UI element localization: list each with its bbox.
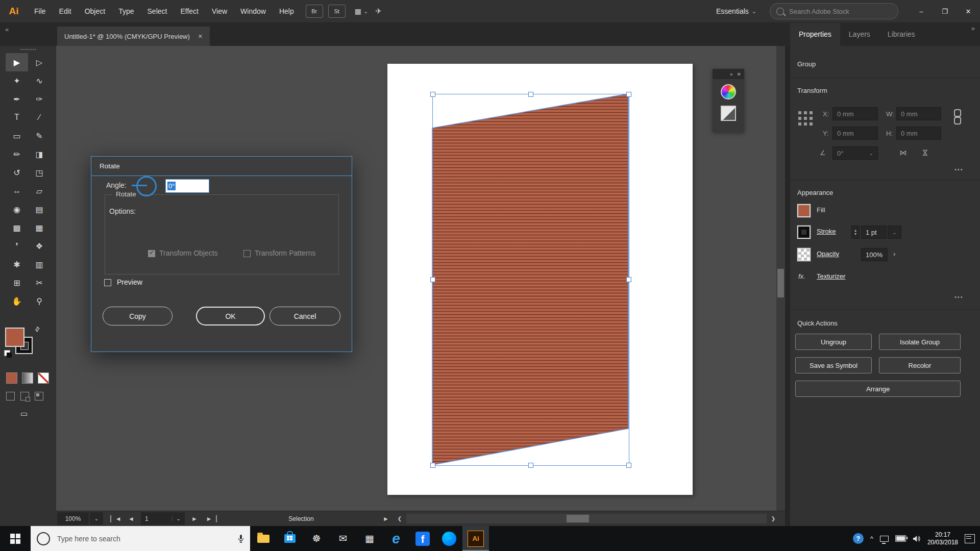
- hand-tool[interactable]: ✋: [6, 292, 28, 310]
- symbol-sprayer-tool[interactable]: ✱: [6, 255, 28, 273]
- horizontal-scrollbar[interactable]: [406, 514, 767, 523]
- transform-objects-checkbox[interactable]: [148, 250, 155, 257]
- magic-wand-tool[interactable]: ✦: [6, 71, 28, 90]
- status-bar-menu-icon[interactable]: ►: [380, 512, 392, 525]
- width-tool[interactable]: ↔: [6, 182, 28, 200]
- collapse-panel-icon[interactable]: »: [730, 71, 733, 77]
- stroke-link[interactable]: Stroke: [817, 228, 836, 235]
- network-icon[interactable]: [880, 536, 889, 542]
- selection-tool[interactable]: ▶: [6, 53, 28, 71]
- calculator-button[interactable]: ▦: [356, 526, 383, 551]
- menu-select[interactable]: Select: [141, 7, 174, 15]
- horizontal-scrollbar-thumb[interactable]: [567, 515, 589, 522]
- close-tab-icon[interactable]: ✕: [198, 33, 203, 40]
- facebook-button[interactable]: f: [409, 526, 436, 551]
- x-input[interactable]: 0 mm: [832, 107, 878, 120]
- menu-edit[interactable]: Edit: [53, 7, 78, 15]
- pen-tool[interactable]: ✒: [6, 90, 28, 108]
- selection-handle[interactable]: [430, 277, 435, 282]
- selection-handle[interactable]: [626, 277, 631, 282]
- microsoft-store-button[interactable]: [277, 526, 303, 551]
- rotate-tool[interactable]: ↺: [6, 163, 28, 182]
- stock-icon[interactable]: St: [328, 5, 346, 18]
- stroke-weight-dropdown-icon[interactable]: ⌄: [888, 226, 901, 239]
- perspective-grid-tool[interactable]: ▤: [28, 200, 51, 218]
- artboard-navigation-dropdown[interactable]: 1 ⌄: [141, 512, 185, 525]
- copy-button[interactable]: Copy: [103, 307, 173, 325]
- lasso-tool[interactable]: ∿: [28, 71, 51, 90]
- scale-tool[interactable]: ◳: [28, 163, 51, 182]
- minimize-button[interactable]: –: [910, 0, 933, 22]
- default-fill-stroke-icon[interactable]: [4, 350, 10, 356]
- vertical-scrollbar[interactable]: [776, 46, 785, 511]
- messenger-button[interactable]: [436, 526, 462, 551]
- selection-handle[interactable]: [528, 463, 533, 468]
- shape-builder-tool[interactable]: ◉: [6, 200, 28, 218]
- scroll-right-icon[interactable]: ❯: [769, 512, 778, 525]
- workspace-switcher[interactable]: Essentials ⌄: [716, 7, 756, 15]
- rotation-angle-dropdown[interactable]: 0° ⌄: [832, 146, 878, 160]
- color-wheel-icon[interactable]: [721, 84, 736, 99]
- clock[interactable]: 20:17 20/03/2018: [927, 531, 958, 546]
- draw-inside-icon[interactable]: [35, 392, 43, 400]
- bridge-icon[interactable]: Br: [306, 5, 323, 18]
- gradient-tool[interactable]: ▦: [28, 218, 51, 237]
- angle-dial-icon[interactable]: [136, 176, 157, 196]
- ok-button[interactable]: OK: [196, 307, 265, 325]
- dialog-title-bar[interactable]: Rotate: [91, 157, 352, 176]
- curvature-tool[interactable]: ✑: [28, 90, 51, 108]
- last-artboard-button[interactable]: ►▕: [204, 512, 218, 525]
- artboard-tool[interactable]: ⊞: [6, 273, 28, 292]
- opacity-input[interactable]: 100%: [861, 248, 888, 261]
- none-button[interactable]: [38, 372, 49, 384]
- illustrator-taskbar-button[interactable]: Ai: [462, 526, 489, 551]
- previous-artboard-button[interactable]: ◄: [125, 512, 138, 525]
- eraser-tool[interactable]: ◨: [28, 145, 51, 163]
- ungroup-button[interactable]: Ungroup: [795, 334, 872, 350]
- opacity-detail-arrow-icon[interactable]: ›: [893, 250, 895, 258]
- tab-libraries[interactable]: Libraries: [879, 22, 924, 46]
- gradient-panel-icon[interactable]: [721, 106, 736, 121]
- texturizer-effect-link[interactable]: Texturizer: [817, 272, 845, 280]
- taskbar-search-input[interactable]: [56, 534, 238, 543]
- microphone-icon[interactable]: [238, 534, 244, 543]
- stroke-weight-input[interactable]: 1 pt: [861, 226, 887, 239]
- taskbar-search[interactable]: [31, 526, 250, 551]
- vertical-scrollbar-thumb[interactable]: [777, 269, 784, 297]
- stroke-color-swatch[interactable]: [797, 226, 811, 239]
- recolor-button[interactable]: Recolor: [879, 357, 961, 373]
- w-input[interactable]: 0 mm: [896, 107, 941, 120]
- direct-selection-tool[interactable]: ▷: [28, 53, 51, 71]
- menu-window[interactable]: Window: [234, 7, 273, 15]
- opacity-link[interactable]: Opacity: [817, 250, 839, 258]
- hidden-icons-chevron[interactable]: ^: [870, 535, 873, 542]
- eyedropper-tool[interactable]: ❜: [6, 237, 28, 255]
- stock-search-input[interactable]: [788, 7, 892, 16]
- column-graph-tool[interactable]: ▥: [28, 255, 51, 273]
- toolbar-drag-handle[interactable]: [20, 49, 36, 50]
- y-input[interactable]: 0 mm: [832, 127, 878, 140]
- angle-input[interactable]: 0°: [165, 179, 209, 193]
- screen-mode-icon[interactable]: ▭: [20, 409, 28, 418]
- flip-vertical-icon[interactable]: ⋈: [921, 149, 929, 156]
- free-transform-tool[interactable]: ▱: [28, 182, 51, 200]
- scroll-left-icon[interactable]: ❮: [395, 512, 404, 525]
- draw-normal-icon[interactable]: [6, 392, 15, 400]
- adobe-stock-search[interactable]: [770, 3, 898, 19]
- zoom-tool[interactable]: ⚲: [28, 292, 51, 310]
- menu-help[interactable]: Help: [273, 7, 301, 15]
- type-tool[interactable]: T: [6, 108, 28, 127]
- mesh-tool[interactable]: ▩: [6, 218, 28, 237]
- battery-icon[interactable]: [895, 535, 906, 542]
- share-icon[interactable]: ✈: [375, 7, 382, 16]
- paintbrush-tool[interactable]: ✎: [28, 127, 51, 145]
- mail-button[interactable]: ✉: [330, 526, 356, 551]
- stroke-weight-stepper[interactable]: ▴ ▾: [851, 226, 860, 239]
- menu-file[interactable]: File: [28, 7, 53, 15]
- collapse-panels-left-icon[interactable]: «: [5, 26, 9, 33]
- tab-layers[interactable]: Layers: [840, 22, 879, 46]
- document-arrangement-button[interactable]: ▦ ⌄: [355, 7, 368, 15]
- menu-object[interactable]: Object: [78, 7, 112, 15]
- close-button[interactable]: ✕: [957, 0, 980, 22]
- zoom-level[interactable]: 100%: [57, 512, 89, 525]
